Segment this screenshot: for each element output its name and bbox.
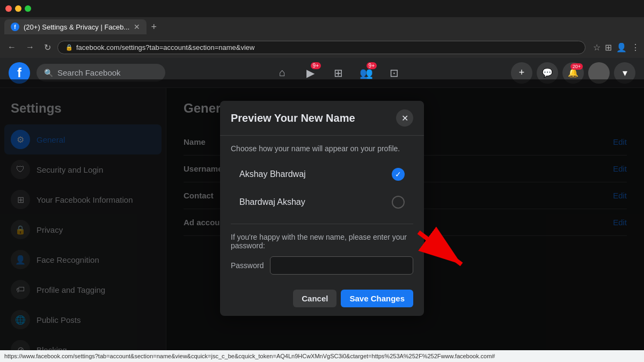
- back-btn[interactable]: ←: [4, 40, 19, 54]
- password-row: Password: [231, 256, 413, 275]
- tab-favicon: f: [11, 23, 19, 31]
- new-tab-btn[interactable]: +: [151, 21, 157, 33]
- browser-titlebar: [0, 0, 644, 17]
- marketplace-icon: ⊞: [334, 67, 343, 79]
- password-prompt: If you're happy with the new name, pleas…: [231, 233, 413, 250]
- tab-bar: f (20+) Settings & Privacy | Faceb... ✕ …: [0, 17, 644, 36]
- modal-body: Choose how your name will appear on your…: [220, 136, 424, 283]
- address-text: facebook.com/settings?tab=account&sectio…: [76, 43, 254, 51]
- messenger-icon: 💬: [542, 68, 553, 78]
- forward-btn[interactable]: →: [23, 40, 38, 54]
- search-icon: 🔍: [44, 69, 53, 77]
- modal-overlay: Preview Your New Name ✕ Choose how your …: [0, 79, 644, 350]
- modal-title: Preview Your New Name: [231, 112, 355, 124]
- radio-selected-1: ✓: [392, 168, 405, 181]
- save-changes-btn[interactable]: Save Changes: [341, 290, 413, 307]
- name-option-bhardwaj-akshay[interactable]: Bhardwaj Akshay: [231, 189, 413, 215]
- home-icon: ⌂: [279, 67, 286, 79]
- radio-unselected-2: [392, 196, 405, 209]
- password-input[interactable]: [270, 256, 413, 275]
- gaming-icon: ⊡: [390, 67, 399, 79]
- tab-close-btn[interactable]: ✕: [134, 23, 140, 31]
- profile-btn[interactable]: 👤: [616, 42, 627, 53]
- reels-badge: 9+: [311, 62, 321, 69]
- modal-close-btn[interactable]: ✕: [396, 109, 413, 127]
- groups-badge: 9+: [367, 62, 377, 69]
- active-tab[interactable]: f (20+) Settings & Privacy | Faceb... ✕: [4, 19, 147, 34]
- modal-header: Preview Your New Name ✕: [220, 101, 424, 136]
- browser-actions: ☆ ⊞ 👤 ⋮: [593, 42, 640, 53]
- modal-subtitle: Choose how your name will appear on your…: [231, 144, 413, 153]
- status-bar: https://www.facebook.com/settings?tab=ac…: [0, 350, 644, 362]
- menu-btn[interactable]: ⋮: [631, 42, 640, 53]
- modal-footer: Cancel Save Changes: [220, 283, 424, 316]
- notifications-badge: 20+: [570, 63, 583, 70]
- tab-title: (20+) Settings & Privacy | Faceb...: [24, 23, 129, 31]
- name-option-label-1: Akshay Bhardwaj: [239, 169, 306, 179]
- extensions-btn[interactable]: ⊞: [605, 42, 612, 53]
- search-placeholder: Search Facebook: [57, 68, 121, 77]
- name-option-akshay-bhardwaj[interactable]: Akshay Bhardwaj ✓: [231, 161, 413, 187]
- password-label: Password: [231, 261, 264, 270]
- refresh-btn[interactable]: ↻: [41, 40, 54, 55]
- address-bar[interactable]: 🔒 facebook.com/settings?tab=account&sect…: [57, 41, 586, 54]
- status-text: https://www.facebook.com/settings?tab=ac…: [4, 353, 495, 359]
- preview-name-modal: Preview Your New Name ✕ Choose how your …: [220, 101, 424, 316]
- name-option-label-2: Bhardwaj Akshay: [239, 197, 305, 207]
- lock-icon: 🔒: [65, 44, 73, 51]
- bookmark-btn[interactable]: ☆: [593, 42, 601, 53]
- password-section: If you're happy with the new name, pleas…: [231, 224, 413, 275]
- address-bar-row: ← → ↻ 🔒 facebook.com/settings?tab=accoun…: [0, 36, 644, 58]
- cancel-btn[interactable]: Cancel: [293, 290, 336, 307]
